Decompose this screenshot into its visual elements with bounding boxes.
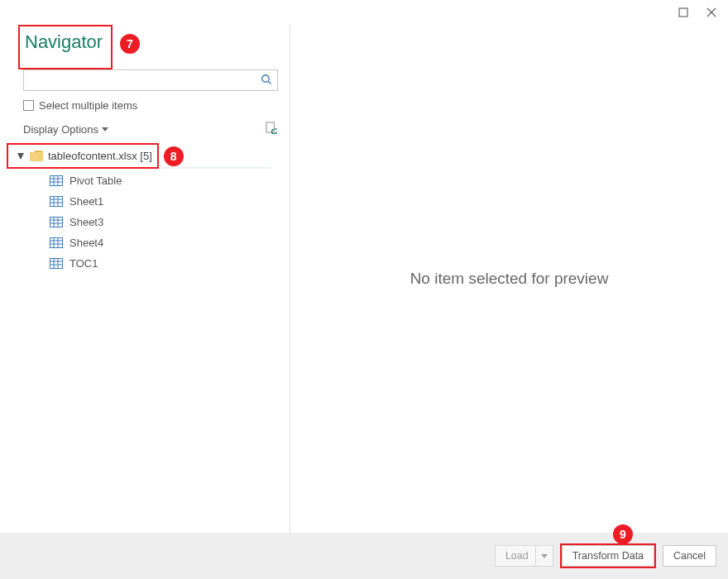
display-options-dropdown[interactable]: Display Options — [23, 123, 108, 136]
display-options-row: Display Options — [23, 122, 278, 136]
callout-badge-7: 7 — [120, 34, 140, 54]
cancel-button[interactable]: Cancel — [663, 545, 716, 567]
svg-rect-28 — [50, 259, 63, 269]
sheet-icon — [50, 175, 63, 186]
sheet-icon — [50, 217, 63, 227]
svg-marker-33 — [541, 554, 548, 558]
sheet-label: Sheet3 — [69, 216, 103, 228]
dialog-title-callout: Navigator — [18, 25, 113, 69]
tree-sheets-container: Pivot Table Sheet1 Sheet3 Sheet4 — [7, 170, 271, 274]
display-options-label: Display Options — [23, 123, 98, 136]
chevron-down-icon — [102, 126, 108, 132]
select-multiple-label: Select multiple items — [39, 99, 137, 112]
select-multiple-checkbox[interactable] — [23, 100, 34, 111]
search-icon[interactable] — [261, 74, 272, 88]
navigator-left-pane: Navigator 7 Select multiple items Disp — [0, 25, 290, 533]
tree-file-node[interactable]: tableofcontent.xlsx [5] — [8, 146, 156, 165]
svg-rect-0 — [679, 8, 687, 17]
transform-data-label: Transform Data — [572, 550, 644, 562]
maximize-icon[interactable] — [678, 7, 688, 17]
sheet-icon — [50, 237, 63, 248]
svg-rect-8 — [50, 176, 63, 186]
svg-marker-5 — [275, 128, 277, 130]
svg-rect-18 — [50, 218, 63, 227]
tree-sheet-item[interactable]: TOC1 — [7, 253, 271, 274]
sheet-label: Pivot Table — [69, 175, 122, 187]
svg-line-2 — [268, 81, 271, 84]
callout-badge-9: 9 — [613, 524, 633, 544]
tree-file-label: tableofcontent.xlsx [5] — [48, 150, 152, 162]
sheet-icon — [50, 258, 63, 269]
callout-badge-8: 8 — [164, 146, 184, 166]
close-icon[interactable] — [706, 7, 716, 17]
svg-rect-7 — [30, 152, 43, 161]
dialog-title: Navigator — [25, 31, 103, 53]
svg-rect-23 — [50, 238, 63, 248]
tree-sheet-item[interactable]: Sheet3 — [7, 212, 271, 232]
search-input-wrapper — [23, 69, 278, 91]
svg-point-1 — [262, 74, 269, 81]
navigator-window: Navigator 7 Select multiple items Disp — [0, 0, 728, 579]
preview-pane: No item selected for preview — [290, 25, 728, 533]
svg-rect-13 — [50, 197, 63, 207]
titlebar — [0, 0, 728, 25]
search-input[interactable] — [29, 74, 261, 88]
load-button[interactable]: Load — [495, 545, 553, 567]
preview-empty-message: No item selected for preview — [410, 270, 609, 288]
svg-rect-4 — [266, 122, 274, 132]
refresh-icon[interactable] — [266, 122, 278, 136]
expand-collapse-icon[interactable] — [17, 152, 25, 160]
svg-marker-6 — [17, 153, 24, 160]
folder-icon — [30, 151, 43, 161]
tree-sheet-item[interactable]: Pivot Table — [7, 170, 271, 191]
load-button-dropdown[interactable] — [535, 546, 553, 566]
tree-sheet-item[interactable]: Sheet1 — [7, 191, 271, 212]
sheet-icon — [50, 196, 63, 207]
sheet-label: TOC1 — [69, 257, 98, 270]
tree-sheet-item[interactable]: Sheet4 — [7, 232, 271, 253]
select-multiple-row[interactable]: Select multiple items — [23, 99, 278, 112]
chevron-down-icon — [541, 553, 548, 559]
cancel-button-label: Cancel — [673, 550, 706, 562]
sheet-label: Sheet1 — [69, 195, 103, 208]
svg-marker-3 — [102, 127, 108, 132]
sheet-label: Sheet4 — [69, 237, 103, 249]
source-tree: tableofcontent.xlsx [5] 8 Pivot Table Sh… — [7, 143, 271, 274]
load-button-label: Load — [505, 550, 529, 562]
transform-data-button[interactable]: Transform Data — [562, 545, 654, 567]
